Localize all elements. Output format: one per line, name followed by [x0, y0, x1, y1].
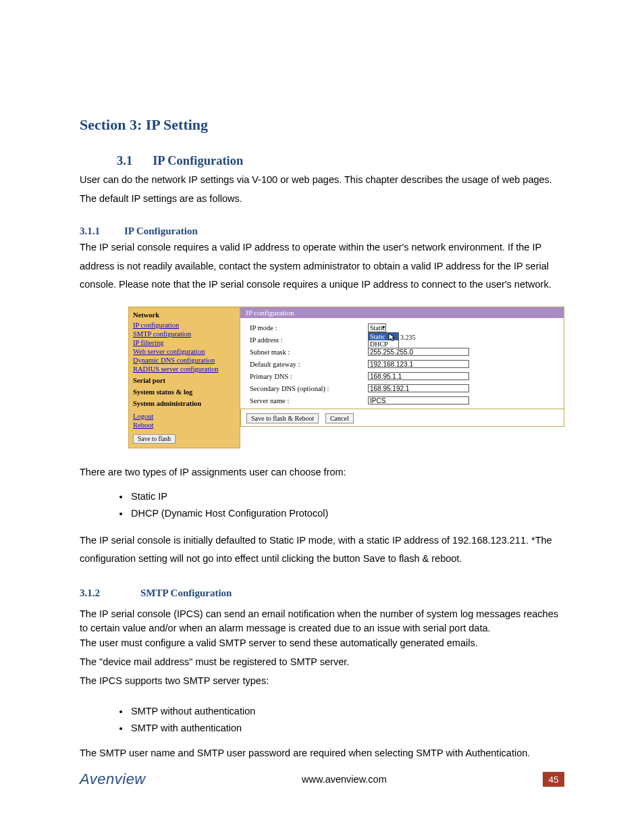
ip-types-list: Static IP DHCP (Dynamic Host Configurati…: [80, 488, 564, 521]
sidebar-link-ip-filtering[interactable]: IP filtering: [133, 339, 236, 346]
mouse-cursor-icon: [388, 333, 396, 342]
label-ip-address: IP address :: [250, 336, 368, 344]
paragraph-ip-types-intro: There are two types of IP assignments us…: [80, 463, 564, 482]
footer-url: www.avenview.com: [146, 774, 543, 785]
h3-text: IP Configuration: [124, 226, 198, 237]
sidebar-link-smtp-configuration[interactable]: SMTP configuration: [133, 330, 236, 338]
embedded-ui-screenshot: Network IP configuration SMTP configurat…: [128, 307, 564, 448]
ip-mode-select[interactable]: Static ▾ Static DHCP: [368, 323, 386, 332]
list-item: DHCP (Dynamic Host Configuration Protoco…: [130, 505, 564, 522]
label-ip-mode: IP mode :: [250, 324, 368, 332]
list-item: SMTP without authentication: [130, 703, 564, 720]
sidebar-section-system-administration[interactable]: System administration: [133, 400, 236, 407]
list-item: Static IP: [130, 488, 564, 505]
server-name-input[interactable]: [368, 396, 469, 405]
sidebar-panel: Network IP configuration SMTP configurat…: [128, 307, 240, 448]
paragraph-ipconf: The IP serial console requires a valid I…: [80, 238, 564, 294]
save-to-flash-button[interactable]: Save to flash: [133, 434, 176, 444]
sidebar-link-ip-configuration[interactable]: IP configuration: [133, 321, 236, 329]
paragraph-smtp-1a: The IP serial console (IPCS) can send an…: [80, 607, 564, 637]
page-number: 45: [543, 772, 564, 787]
sidebar-section-system-status-log[interactable]: System status & log: [133, 388, 236, 396]
sidebar-link-logout[interactable]: Logout: [133, 413, 236, 420]
default-gateway-input[interactable]: [368, 360, 469, 368]
heading-3-1-1: 3.1.1 IP Configuration: [80, 226, 564, 237]
h3-number: 3.1.2: [80, 588, 100, 599]
h2-text: IP Configuration: [153, 154, 243, 168]
paragraph-smtp-2: The "device mail address" must be regist…: [80, 655, 564, 670]
heading-3-1: 3.1 IP Configuration: [117, 154, 564, 168]
sidebar-link-reboot[interactable]: Reboot: [133, 421, 236, 429]
list-item: SMTP with authentication: [130, 720, 564, 737]
subnet-mask-input[interactable]: [368, 348, 469, 356]
sidebar-heading-network: Network: [133, 311, 236, 319]
panel-title: IP configuration: [240, 307, 564, 318]
h3-number: 3.1.1: [80, 226, 100, 237]
heading-3-1-2: 3.1.2 SMTP Configuration: [80, 588, 564, 599]
secondary-dns-input[interactable]: [368, 384, 469, 392]
section-heading-h1: Section 3: IP Setting: [80, 116, 564, 134]
label-server-name: Server name :: [250, 397, 368, 405]
sidebar-link-radius-server-configuration[interactable]: RADIUS server configuration: [133, 365, 236, 373]
h3-text: SMTP Configuration: [140, 588, 232, 599]
sidebar-link-dynamic-dns-configuration[interactable]: Dynamic DNS configuration: [133, 357, 236, 364]
cancel-button[interactable]: Cancel: [325, 413, 354, 423]
paragraph-intro: User can do the network IP settings via …: [80, 171, 564, 208]
label-secondary-dns: Secondary DNS (optional) :: [250, 385, 368, 392]
ip-address-tail-text: 3.235: [400, 334, 416, 341]
label-subnet-mask: Subnet mask :: [250, 348, 368, 356]
primary-dns-input[interactable]: [368, 372, 469, 380]
paragraph-smtp-3: The IPCS supports two SMTP server types:: [80, 674, 564, 689]
h2-number: 3.1: [117, 154, 132, 168]
paragraph-smtp-4: The SMTP user name and SMTP user passwor…: [80, 746, 564, 761]
sidebar-section-serial-port[interactable]: Serial port: [133, 377, 236, 384]
paragraph-smtp-1b: The user must configure a valid SMTP ser…: [80, 636, 564, 651]
avenview-logo: Avenview: [80, 771, 146, 788]
label-default-gateway: Default gateway :: [250, 361, 368, 368]
label-primary-dns: Primary DNS :: [250, 373, 368, 380]
sidebar-link-web-server-configuration[interactable]: Web server configuration: [133, 348, 236, 355]
paragraph-default-note: The IP serial console is initially defau…: [80, 531, 564, 569]
smtp-types-list: SMTP without authentication SMTP with au…: [80, 703, 564, 736]
save-reboot-button[interactable]: Save to flash & Reboot: [246, 413, 319, 423]
